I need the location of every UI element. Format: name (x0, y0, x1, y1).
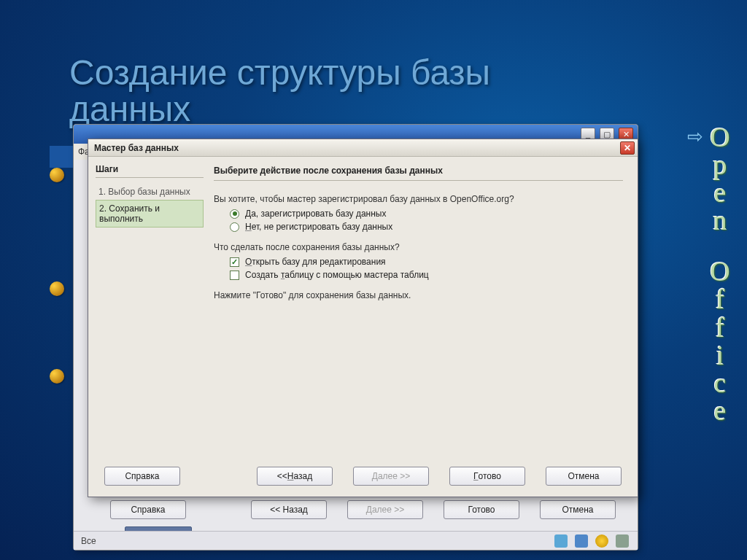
checkbox-label: Создать таблицу с помощью мастера таблиц (245, 270, 429, 280)
radio-icon (230, 209, 239, 219)
steps-header: Шаги (96, 164, 204, 178)
brand-letter: e (706, 179, 734, 206)
wizard-step-2[interactable]: 2. Сохранить и выполнить (96, 200, 204, 228)
brand-letter: f (706, 314, 734, 341)
status-icon (616, 534, 629, 548)
wizard-title: Мастер баз данных (94, 143, 179, 153)
radio-label: Нет, не регистрировать базу данных (245, 222, 392, 232)
wizard-content: Выберите действие после сохранения базы … (208, 157, 638, 456)
side-brand: O p e n O f f i c e (706, 124, 734, 424)
finish-button[interactable]: Готово (449, 467, 525, 486)
bg-next-button: Далее >> (347, 500, 423, 519)
bg-button-row: Справка << Назад Далее >> Готово Отмена (110, 500, 616, 519)
close-button[interactable]: ✕ (620, 141, 635, 155)
bg-cancel-button[interactable]: Отмена (540, 500, 616, 519)
status-icon (595, 534, 608, 548)
slide-title: Создание структуры базы данных (69, 55, 595, 128)
radio-icon (230, 222, 239, 232)
status-icon (554, 534, 568, 548)
wizard-steps-panel: Шаги 1. Выбор базы данных 2. Сохранить и… (88, 157, 208, 456)
status-text: Все (81, 536, 96, 546)
bg-finish-button[interactable]: Готово (444, 500, 519, 519)
brand-letter: i (706, 342, 734, 368)
cancel-button[interactable]: Отмена (546, 467, 622, 486)
wizard-step-1[interactable]: 1. Выбор базы данных (96, 184, 204, 200)
wizard-dialog: Мастер баз данных ✕ Шаги 1. Выбор базы д… (88, 139, 638, 497)
content-header: Выберите действие после сохранения базы … (214, 164, 623, 181)
brand-letter: f (706, 286, 734, 312)
brand-letter: p (706, 152, 734, 178)
brand-letter: O (706, 258, 734, 284)
bg-help-button[interactable]: Справка (110, 500, 186, 519)
bullet-icon (50, 281, 64, 296)
wizard-titlebar: Мастер баз данных ✕ (88, 139, 638, 157)
checkbox-label: Открыть базу для редактирования (245, 257, 386, 267)
radio-register-no[interactable]: Нет, не регистрировать базу данных (230, 222, 623, 232)
status-icon (575, 534, 588, 548)
bullet-icon (50, 168, 64, 182)
brand-letter: e (706, 397, 734, 424)
bullet-icon (50, 369, 64, 384)
bg-back-button[interactable]: << Назад (251, 500, 327, 519)
checkbox-icon: ✓ (230, 257, 239, 267)
checkbox-create-table[interactable]: Создать таблицу с помощью мастера таблиц (230, 270, 623, 280)
wizard-footer: Справка << Назад Далее >> Готово Отмена (88, 456, 638, 497)
brand-letter: O (706, 124, 734, 150)
bg-statusbar: Все (74, 531, 638, 550)
back-button[interactable]: << Назад (257, 467, 333, 486)
checkbox-open-edit[interactable]: ✓ Открыть базу для редактирования (230, 257, 623, 267)
question-register: Вы хотите, чтобы мастер зарегистрировал … (214, 194, 623, 204)
brand-letter: n (706, 207, 734, 233)
next-button: Далее >> (353, 467, 429, 486)
finish-hint: Нажмите "Готово" для сохранения базы дан… (214, 290, 623, 300)
help-button[interactable]: Справка (104, 467, 180, 486)
radio-label: Да, зарегистрировать базу данных (245, 209, 386, 219)
checkbox-icon (230, 271, 239, 280)
arrow-icon: ⇨ (687, 125, 703, 148)
radio-register-yes[interactable]: Да, зарегистрировать базу данных (230, 209, 623, 219)
question-after-save: Что сделать после сохранения базы данных… (214, 242, 623, 252)
brand-letter: c (706, 370, 734, 396)
